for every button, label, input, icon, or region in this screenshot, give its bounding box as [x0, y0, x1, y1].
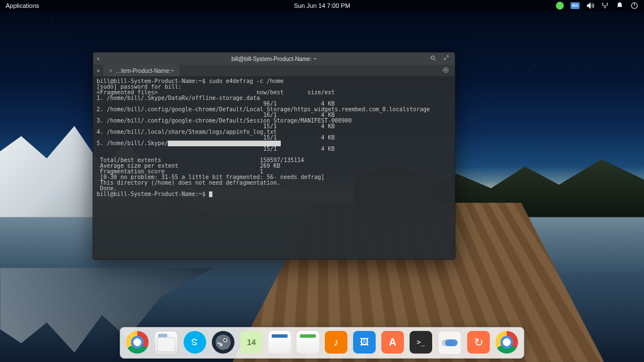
dock-app-writer[interactable]	[268, 331, 291, 354]
keyboard-layout-indicator[interactable]: En	[571, 2, 580, 9]
window-close-button[interactable]: ×	[93, 56, 103, 62]
window-title: bill@bill-System-Product-Name: ~	[93, 56, 455, 62]
term-prompt: bill@bill-System-Product-Name:~$	[97, 191, 209, 197]
dock-app-skype[interactable]	[184, 331, 206, 354]
dock-app-chrome[interactable]	[126, 331, 149, 354]
tab-close-icon[interactable]: ×	[109, 68, 112, 74]
dock-app-files[interactable]	[154, 331, 178, 355]
term-line: This directory (/home) does not need def…	[97, 180, 280, 186]
new-tab-button[interactable]: +	[93, 68, 103, 74]
dock-app-settings[interactable]	[438, 331, 462, 355]
search-icon[interactable]	[430, 55, 437, 63]
applications-menu[interactable]: Applications	[6, 0, 39, 11]
volume-icon[interactable]	[586, 2, 594, 10]
dock-app-music[interactable]	[325, 331, 347, 354]
dock-app-terminal[interactable]	[410, 331, 432, 354]
clock[interactable]: Sun Jun 14 7:00 PM	[0, 0, 644, 11]
svg-point-2	[607, 3, 608, 4]
terminal-menu-button[interactable]	[437, 67, 455, 75]
terminal-cursor	[209, 191, 212, 197]
terminal-output[interactable]: bill@bill-System-Product-Name:~$ sudo e4…	[93, 76, 455, 259]
terminal-tabbar: + × …tem-Product-Name:~	[93, 65, 455, 76]
svg-marker-0	[588, 3, 590, 8]
network-icon[interactable]	[601, 2, 609, 10]
terminal-tab[interactable]: × …tem-Product-Name:~	[103, 65, 180, 76]
dock	[120, 327, 524, 359]
svg-rect-15	[217, 342, 222, 345]
status-ok-icon[interactable]	[556, 2, 564, 10]
term-line: 15/1 4 KB	[97, 146, 334, 152]
svg-point-13	[224, 339, 227, 342]
notifications-icon[interactable]	[616, 2, 624, 10]
dock-app-photos[interactable]	[353, 331, 376, 354]
dock-app-update[interactable]	[467, 331, 490, 354]
terminal-window[interactable]: × bill@bill-System-Product-Name: ~ + × ……	[93, 52, 455, 260]
dock-app-software[interactable]	[381, 331, 404, 354]
window-maximize-button[interactable]	[443, 55, 449, 63]
svg-point-1	[602, 3, 603, 4]
dock-app-calc[interactable]	[297, 331, 319, 354]
dock-app-steam[interactable]	[212, 331, 234, 354]
terminal-titlebar[interactable]: × bill@bill-System-Product-Name: ~	[93, 53, 455, 65]
svg-point-6	[431, 56, 434, 59]
dock-app-calendar[interactable]	[240, 331, 263, 354]
svg-point-3	[604, 7, 606, 8]
top-menubar: Applications Sun Jun 14 7:00 PM En	[0, 0, 644, 11]
dock-app-chrome-2[interactable]	[495, 331, 518, 354]
svg-line-7	[434, 59, 436, 61]
power-icon[interactable]	[630, 2, 638, 10]
tab-label: …tem-Product-Name:~	[116, 68, 174, 74]
